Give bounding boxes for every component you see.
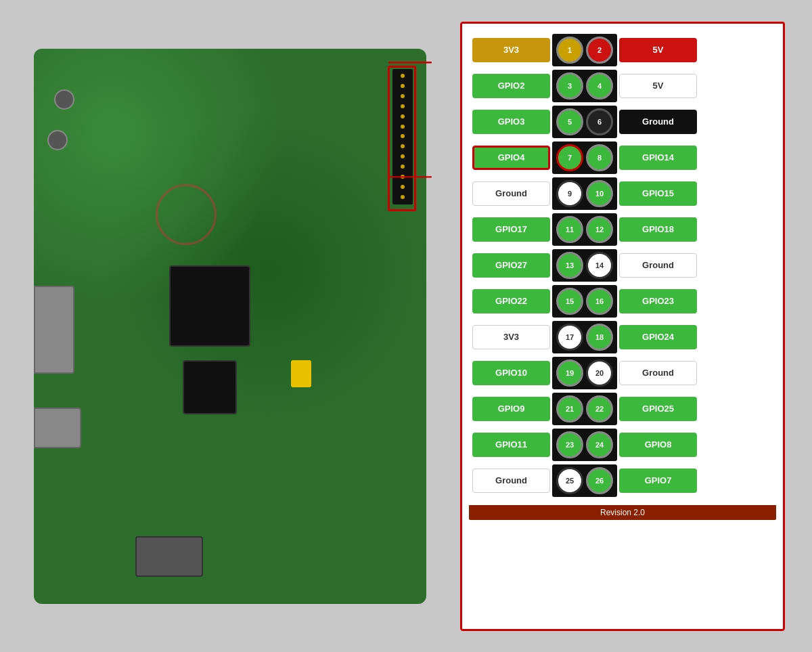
center-pins-3: 5 6 [552, 106, 617, 138]
gpio-pin-1 [401, 74, 405, 78]
pin-gpio27-left: GPIO27 [472, 253, 550, 278]
gpio-pin-9 [401, 154, 405, 158]
pin-row-7: GPIO27 13 14 Ground [472, 249, 773, 282]
pin-gpio24-right: GPIO24 [619, 325, 697, 349]
pin-row-5: Ground 9 10 GPIO15 [472, 177, 773, 210]
right-label-8: GPIO23 [619, 289, 697, 313]
pin-circle-18: 18 [586, 324, 613, 351]
pin-gpio3-left: GPIO3 [472, 110, 550, 134]
pin-gpio7-right: GPIO7 [619, 469, 697, 493]
pin-gpio11-left: GPIO11 [472, 433, 550, 457]
main-chip [169, 265, 250, 347]
left-label-10: GPIO10 [472, 361, 550, 385]
gpio-pin-11 [401, 175, 405, 179]
revision-label: Revision 2.0 [469, 505, 776, 520]
pin-gpio15-right: GPIO15 [619, 181, 697, 206]
right-label-10: Ground [619, 361, 697, 385]
capacitor-1 [54, 89, 74, 110]
pin-gpio9-left: GPIO9 [472, 397, 550, 421]
right-label-6: GPIO18 [619, 217, 697, 242]
pin-circle-24: 24 [586, 431, 613, 458]
center-pins-6: 11 12 [552, 213, 617, 246]
pin-circle-16: 16 [586, 288, 613, 315]
pin-row-6: GPIO17 11 12 GPIO18 [472, 213, 773, 246]
pin-circle-6: 6 [586, 108, 613, 135]
pin-circle-13: 13 [556, 252, 583, 279]
right-label-13: GPIO7 [619, 469, 697, 493]
pin-row-11: GPIO9 21 22 GPIO25 [472, 393, 773, 425]
pin-circle-7: 7 [556, 144, 583, 171]
gpio-pin-10 [401, 165, 405, 169]
pin-circle-21: 21 [556, 395, 583, 422]
gpio-pin-6 [401, 125, 405, 129]
pin-circle-20: 20 [586, 360, 613, 387]
pin-3v3-left: 3V3 [472, 38, 550, 62]
pin-ground-left-13: Ground [472, 469, 550, 493]
left-label-8: GPIO22 [472, 289, 550, 313]
center-pins-5: 9 10 [552, 177, 617, 210]
pin-gpio4-left: GPIO4 [472, 146, 550, 170]
center-pins-8: 15 16 [552, 285, 617, 318]
left-label-1: 3V3 [472, 38, 550, 62]
center-pins-4: 7 8 [552, 142, 617, 174]
pin-gpio25-right: GPIO25 [619, 397, 697, 421]
pin-row-10: GPIO10 19 20 Ground [472, 357, 773, 389]
left-label-13: Ground [472, 469, 550, 493]
pin-ground-left-5: Ground [472, 181, 550, 206]
usb-ports [34, 286, 74, 374]
pin-ground-right-10: Ground [619, 361, 697, 385]
pin-circle-15: 15 [556, 288, 583, 315]
pin-circle-1: 1 [556, 37, 583, 64]
pin-row-1: 3V3 1 2 5V [472, 34, 773, 66]
pin-circle-8: 8 [586, 144, 613, 171]
pin-gpio14-right: GPIO14 [619, 146, 697, 170]
pin-circle-26: 26 [586, 467, 613, 494]
hdmi-port [135, 536, 203, 577]
pin-circle-4: 4 [586, 72, 613, 100]
pin-ground-right-3: Ground [619, 110, 697, 134]
pin-row-4: GPIO4 7 8 GPIO14 [472, 142, 773, 174]
gpio-pin-5 [401, 114, 405, 118]
pin-circle-5: 5 [556, 108, 583, 135]
pin-circle-9: 9 [556, 180, 583, 207]
rpi-board [34, 49, 426, 604]
secondary-chip [183, 360, 237, 414]
pinout-wrapper: HEADER PIN 7 3V3 1 2 5V [447, 22, 785, 631]
left-label-4: GPIO4 [472, 146, 550, 170]
center-pins-10: 19 20 [552, 357, 617, 389]
pin-5v-right-2: 5V [619, 74, 697, 98]
right-label-11: GPIO25 [619, 397, 697, 421]
pin-row-13: Ground 25 26 GPIO7 [472, 464, 773, 497]
right-label-7: Ground [619, 253, 697, 278]
pin-circle-11: 11 [556, 216, 583, 243]
pin-gpio18-right: GPIO18 [619, 217, 697, 242]
right-label-3: Ground [619, 110, 697, 134]
center-pins-2: 3 4 [552, 70, 617, 102]
gpio-pin-7 [401, 134, 405, 138]
pin-circle-14: 14 [586, 252, 613, 279]
pin-row-3: GPIO3 5 6 Ground [472, 106, 773, 138]
left-label-7: GPIO27 [472, 253, 550, 278]
left-label-9: 3V3 [472, 325, 550, 349]
pin-gpio22-left: GPIO22 [472, 289, 550, 313]
gpio-pin-12 [401, 185, 405, 189]
diagram-wrapper: 3V3 1 2 5V GPIO2 3 [469, 30, 776, 502]
pin-circle-10: 10 [586, 180, 613, 207]
pin-circle-2: 2 [586, 37, 613, 64]
pin-gpio2-left: GPIO2 [472, 74, 550, 98]
center-pins-1: 1 2 [552, 34, 617, 66]
main-container: HEADER PIN 7 3V3 1 2 5V [0, 0, 812, 652]
pin-circle-19: 19 [556, 360, 583, 387]
pin-circle-17: 17 [556, 324, 583, 351]
left-label-11: GPIO9 [472, 397, 550, 421]
center-pins-7: 13 14 [552, 249, 617, 282]
capacitor-2 [47, 130, 68, 150]
right-label-5: GPIO15 [619, 181, 697, 206]
pin-gpio10-left: GPIO10 [472, 361, 550, 385]
left-label-2: GPIO2 [472, 74, 550, 98]
rpi-board-area [27, 28, 447, 624]
ethernet-port [34, 408, 81, 448]
raspi-logo [156, 184, 217, 245]
pin-circle-23: 23 [556, 431, 583, 458]
gpio-pin-4 [401, 104, 405, 108]
